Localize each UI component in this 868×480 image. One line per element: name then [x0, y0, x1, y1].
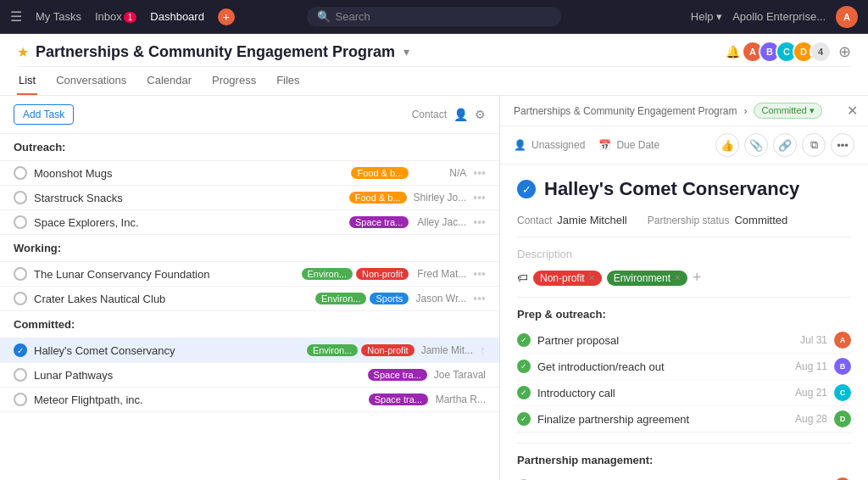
my-tasks-nav[interactable]: My Tasks — [36, 10, 81, 23]
tab-files[interactable]: Files — [275, 67, 301, 95]
subtask-check[interactable]: ✓ — [517, 333, 531, 347]
description-field[interactable]: Description — [517, 248, 851, 260]
tab-progress[interactable]: Progress — [210, 67, 258, 95]
subtask-name: Get introduction/reach out — [537, 360, 788, 373]
task-row[interactable]: Crater Lakes Nautical Club Environ... Sp… — [0, 287, 499, 311]
task-assignee: Jamie Mit... — [421, 344, 473, 356]
dashboard-nav[interactable]: Dashboard — [150, 10, 204, 23]
more-icon[interactable]: ••• — [473, 191, 486, 204]
task-checkbox[interactable] — [14, 191, 27, 204]
detail-main: ✓ Halley's Comet Conservancy Contact Jam… — [500, 165, 868, 480]
enterprise-label: Apollo Enterprise... — [732, 10, 826, 23]
due-date-item[interactable]: 📅 Due Date — [598, 139, 659, 151]
tab-conversations[interactable]: Conversations — [54, 67, 128, 95]
subtask-row[interactable]: Check in with PoC Today A — [517, 473, 851, 480]
search-bar[interactable]: 🔍 — [307, 7, 561, 26]
task-row[interactable]: Meteor Flightpath, inc. Space tra... Mar… — [0, 388, 499, 412]
tag-space: Space tra... — [369, 393, 428, 405]
inbox-nav[interactable]: Inbox1 — [95, 10, 136, 23]
tag-env: Environ... — [307, 344, 358, 356]
add-task-button[interactable]: Add Task — [14, 104, 74, 125]
task-checkbox[interactable] — [14, 393, 27, 406]
status-badge[interactable]: Committed ▾ — [754, 103, 821, 119]
subtask-name: Partner proposal — [537, 334, 793, 347]
task-checkbox[interactable] — [14, 267, 27, 281]
crater-lakes-name: Crater Lakes Nautical Club — [34, 293, 309, 305]
task-checkbox-committed[interactable]: ✓ — [14, 343, 27, 357]
more-icon[interactable]: ↑ — [480, 343, 486, 357]
task-row[interactable]: The Lunar Conservancy Foundation Environ… — [0, 262, 499, 287]
task-tags: Food & b... — [351, 167, 409, 179]
more-icon[interactable]: ••• — [473, 215, 486, 229]
tag-nonprofit: Non-profit — [356, 268, 409, 280]
subtask-date: Jul 31 — [800, 334, 827, 346]
tag-env: Environ... — [315, 293, 366, 304]
contact-label: Contact — [517, 215, 552, 226]
duplicate-icon[interactable]: ⧉ — [802, 133, 826, 157]
breadcrumb-project[interactable]: Partnerships & Community Engagement Prog… — [514, 105, 737, 117]
unassigned-label: Unassigned — [531, 139, 585, 151]
tag-remove-nonprofit[interactable]: ✕ — [588, 273, 595, 282]
task-checkbox[interactable] — [14, 368, 27, 382]
user-avatar[interactable]: A — [836, 6, 858, 28]
subtask-date: Aug 21 — [795, 387, 827, 399]
contact-label: Contact — [412, 109, 447, 120]
more-icon[interactable]: ••• — [473, 267, 486, 281]
task-checkbox[interactable] — [14, 166, 27, 180]
detail-check[interactable]: ✓ — [517, 180, 536, 198]
bell-icon[interactable]: 🔔 — [726, 45, 740, 59]
avatar-count[interactable]: 4 — [810, 41, 832, 63]
task-row[interactable]: Space Explorers, Inc. Space tra... Alley… — [0, 210, 499, 235]
due-date-label: Due Date — [616, 139, 659, 151]
task-row-active[interactable]: ✓ Halley's Comet Conservancy Environ... … — [0, 338, 499, 363]
calendar-icon: 📅 — [598, 139, 611, 151]
close-button[interactable]: ✕ — [847, 103, 858, 119]
more-icon[interactable]: ••• — [473, 166, 486, 180]
task-row[interactable]: Starstruck Snacks Food & b... Shirley Jo… — [0, 186, 499, 210]
task-toolbar: Add Task Contact 👤 ⚙ — [0, 96, 499, 134]
subtask-check[interactable]: ✓ — [517, 360, 531, 373]
add-tag-button[interactable]: + — [693, 269, 702, 287]
tag-remove-env[interactable]: ✕ — [674, 273, 681, 282]
task-assignee: Shirley Jo... — [414, 192, 467, 204]
mgmt-section-title: Partnership management: — [517, 454, 851, 466]
task-name: The Lunar Conservancy Foundation — [34, 268, 295, 281]
subtask-row[interactable]: ✓ Partner proposal Jul 31 A — [517, 327, 851, 354]
subtask-date: Aug 28 — [795, 413, 827, 425]
more-options-icon[interactable]: ••• — [831, 133, 854, 157]
subtask-check[interactable]: ✓ — [517, 412, 531, 426]
subtask-check[interactable]: ✓ — [517, 386, 531, 399]
subtask-row[interactable]: ✓ Get introduction/reach out Aug 11 B — [517, 354, 851, 380]
subtask-row[interactable]: ✓ Introductory call Aug 21 C — [517, 380, 851, 406]
task-row[interactable]: Lunar Pathways Space tra... Joe Taraval — [0, 363, 499, 388]
subtask-row[interactable]: ✓ Finalize partnership agreement Aug 28 … — [517, 406, 851, 433]
hamburger-icon[interactable]: ☰ — [10, 8, 22, 25]
contact-value[interactable]: Jamie Mitchell — [557, 214, 626, 226]
partnership-status-value[interactable]: Committed — [734, 214, 787, 226]
link-icon[interactable]: 🔗 — [773, 133, 797, 157]
help-button[interactable]: Help ▾ — [691, 10, 722, 23]
task-checkbox[interactable] — [14, 215, 27, 229]
task-checkbox[interactable] — [14, 292, 27, 305]
rp-tag-env: Environment ✕ — [607, 271, 687, 286]
tab-calendar[interactable]: Calendar — [145, 67, 193, 95]
more-icon[interactable]: ••• — [473, 292, 486, 305]
contact-item: Contact Jamie Mitchell — [517, 214, 627, 226]
unassigned-item[interactable]: 👤 Unassigned — [514, 139, 585, 151]
project-title: Partnerships & Community Engagement Prog… — [36, 43, 395, 61]
project-title-caret[interactable]: ▾ — [403, 45, 409, 59]
search-input[interactable] — [336, 10, 551, 23]
detail-icons: 👍 📎 🔗 ⧉ ••• — [715, 133, 854, 157]
tab-list[interactable]: List — [17, 67, 37, 95]
add-button[interactable]: + — [218, 8, 235, 25]
task-row[interactable]: Moonshot Mugs Food & b... N/A ••• — [0, 161, 499, 186]
tag-space: Space tra... — [368, 369, 427, 381]
person-icon[interactable]: 👤 — [453, 108, 468, 121]
add-member-button[interactable]: ⊕ — [838, 42, 851, 61]
attach-icon[interactable]: 📎 — [744, 133, 768, 157]
like-icon[interactable]: 👍 — [715, 133, 739, 157]
task-assignee: Martha R... — [435, 393, 486, 405]
task-tags: Space tra... — [368, 369, 427, 381]
settings-icon[interactable]: ⚙ — [475, 108, 486, 121]
star-icon[interactable]: ★ — [17, 44, 29, 60]
